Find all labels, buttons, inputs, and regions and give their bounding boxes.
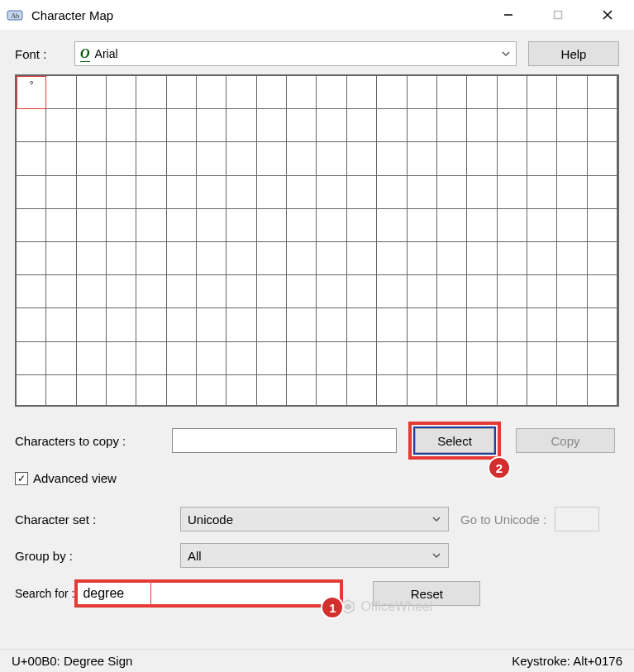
grid-cell[interactable] bbox=[257, 76, 287, 109]
grid-cell[interactable] bbox=[17, 308, 46, 341]
grid-cell[interactable] bbox=[77, 308, 107, 341]
grid-cell[interactable] bbox=[527, 375, 557, 407]
grid-cell[interactable] bbox=[107, 342, 136, 375]
grid-cell[interactable] bbox=[317, 142, 346, 175]
grid-cell[interactable] bbox=[136, 176, 166, 209]
grid-cell[interactable] bbox=[498, 275, 527, 308]
group-by-select[interactable]: All bbox=[180, 543, 449, 568]
grid-cell[interactable] bbox=[226, 242, 256, 275]
grid-cell[interactable] bbox=[107, 308, 136, 341]
grid-cell[interactable] bbox=[197, 375, 226, 407]
grid-cell[interactable] bbox=[437, 342, 467, 375]
grid-cell[interactable] bbox=[408, 308, 437, 341]
grid-cell[interactable] bbox=[46, 76, 76, 109]
grid-cell[interactable] bbox=[527, 209, 557, 242]
grid-cell[interactable] bbox=[257, 375, 287, 407]
grid-cell[interactable] bbox=[588, 308, 617, 341]
grid-cell[interactable] bbox=[257, 109, 287, 142]
grid-cell[interactable] bbox=[467, 308, 497, 341]
grid-cell[interactable] bbox=[498, 142, 527, 175]
grid-cell[interactable] bbox=[588, 109, 617, 142]
grid-cell[interactable] bbox=[136, 109, 166, 142]
grid-cell[interactable] bbox=[257, 242, 287, 275]
grid-cell[interactable] bbox=[226, 275, 256, 308]
grid-cell[interactable] bbox=[107, 242, 136, 275]
grid-cell[interactable] bbox=[557, 275, 587, 308]
grid-cell[interactable] bbox=[257, 142, 287, 175]
grid-cell[interactable] bbox=[557, 375, 587, 407]
grid-cell[interactable] bbox=[498, 342, 527, 375]
grid-cell[interactable] bbox=[287, 209, 317, 242]
copy-button[interactable]: Copy bbox=[516, 428, 615, 453]
grid-cell[interactable] bbox=[46, 209, 76, 242]
grid-cell[interactable] bbox=[197, 109, 226, 142]
font-select[interactable]: O Arial bbox=[74, 41, 517, 66]
grid-cell[interactable] bbox=[17, 109, 46, 142]
grid-cell[interactable] bbox=[467, 76, 497, 109]
grid-cell[interactable] bbox=[46, 109, 76, 142]
grid-cell[interactable] bbox=[167, 176, 197, 209]
grid-cell[interactable] bbox=[498, 242, 527, 275]
grid-cell[interactable] bbox=[197, 242, 226, 275]
grid-cell[interactable] bbox=[317, 209, 346, 242]
grid-cell[interactable] bbox=[317, 275, 346, 308]
grid-cell[interactable] bbox=[437, 209, 467, 242]
grid-cell[interactable] bbox=[437, 242, 467, 275]
grid-cell[interactable] bbox=[136, 308, 166, 341]
grid-cell[interactable] bbox=[287, 375, 317, 407]
grid-cell[interactable] bbox=[588, 375, 617, 407]
grid-cell[interactable] bbox=[408, 275, 437, 308]
grid-cell[interactable] bbox=[527, 308, 557, 341]
grid-cell[interactable] bbox=[527, 342, 557, 375]
grid-cell[interactable] bbox=[498, 176, 527, 209]
grid-cell[interactable] bbox=[77, 275, 107, 308]
grid-cell[interactable] bbox=[467, 142, 497, 175]
maximize-button[interactable] bbox=[533, 1, 583, 29]
character-set-select[interactable]: Unicode bbox=[180, 507, 449, 531]
grid-cell[interactable] bbox=[408, 342, 437, 375]
grid-cell[interactable] bbox=[167, 375, 197, 407]
grid-cell[interactable] bbox=[467, 375, 497, 407]
grid-cell[interactable] bbox=[77, 76, 107, 109]
grid-cell[interactable] bbox=[167, 342, 197, 375]
grid-cell[interactable] bbox=[557, 176, 587, 209]
grid-cell[interactable] bbox=[467, 109, 497, 142]
grid-cell[interactable] bbox=[347, 375, 377, 407]
grid-cell[interactable] bbox=[408, 142, 437, 175]
grid-cell[interactable] bbox=[287, 342, 317, 375]
grid-cell[interactable] bbox=[498, 76, 527, 109]
grid-cell[interactable] bbox=[557, 209, 587, 242]
grid-cell[interactable] bbox=[527, 242, 557, 275]
grid-cell[interactable] bbox=[107, 76, 136, 109]
grid-cell[interactable] bbox=[317, 242, 346, 275]
grid-cell[interactable] bbox=[467, 209, 497, 242]
grid-cell[interactable] bbox=[17, 209, 46, 242]
grid-cell[interactable] bbox=[437, 308, 467, 341]
grid-cell[interactable] bbox=[347, 308, 377, 341]
grid-cell[interactable] bbox=[226, 375, 256, 407]
grid-cell[interactable] bbox=[467, 176, 497, 209]
search-input[interactable]: degree bbox=[74, 579, 343, 608]
grid-cell[interactable] bbox=[347, 142, 377, 175]
grid-cell[interactable] bbox=[136, 76, 166, 109]
grid-cell[interactable] bbox=[167, 308, 197, 341]
grid-cell[interactable] bbox=[467, 242, 497, 275]
grid-cell[interactable] bbox=[317, 375, 346, 407]
grid-cell[interactable] bbox=[498, 308, 527, 341]
grid-cell[interactable] bbox=[167, 76, 197, 109]
grid-cell[interactable] bbox=[17, 342, 46, 375]
grid-cell[interactable] bbox=[77, 109, 107, 142]
grid-cell[interactable] bbox=[377, 76, 407, 109]
grid-cell[interactable] bbox=[136, 142, 166, 175]
grid-cell[interactable] bbox=[557, 242, 587, 275]
grid-cell[interactable] bbox=[107, 142, 136, 175]
grid-cell[interactable] bbox=[317, 308, 346, 341]
grid-cell[interactable] bbox=[287, 242, 317, 275]
grid-cell[interactable] bbox=[437, 142, 467, 175]
grid-cell[interactable] bbox=[557, 109, 587, 142]
grid-cell[interactable] bbox=[377, 142, 407, 175]
grid-cell[interactable] bbox=[167, 109, 197, 142]
grid-cell[interactable] bbox=[527, 109, 557, 142]
grid-cell[interactable] bbox=[527, 275, 557, 308]
grid-cell[interactable] bbox=[498, 209, 527, 242]
